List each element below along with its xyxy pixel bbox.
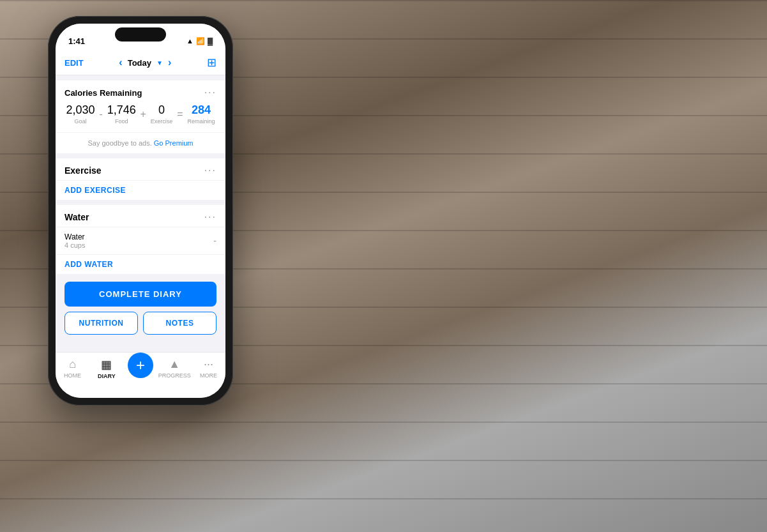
phone-screen: 1:41 ▲ 📶 ▓ EDIT ‹ Today ▼ › ⊞ — [56, 24, 225, 398]
water-menu-dots[interactable]: ··· — [204, 211, 216, 223]
more-icon: ··· — [204, 358, 213, 371]
water-item-value: - — [213, 236, 216, 246]
remaining-item: 284 Remaining — [188, 103, 215, 125]
prev-day-arrow[interactable]: ‹ — [119, 57, 122, 68]
exercise-menu-dots[interactable]: ··· — [204, 165, 216, 176]
calendar-icon[interactable]: ⊞ — [207, 56, 216, 70]
equals-op: = — [176, 109, 184, 120]
diary-label: DIARY — [98, 373, 116, 379]
tab-progress[interactable]: ▲ PROGRESS — [158, 358, 192, 379]
diary-icon: ▦ — [101, 358, 112, 372]
exercise-section: Exercise ··· ADD EXERCISE — [56, 158, 225, 200]
water-item-name: Water — [65, 232, 213, 241]
next-day-arrow[interactable]: › — [168, 57, 171, 68]
remaining-label: Remaining — [188, 118, 215, 125]
more-label: MORE — [200, 372, 217, 379]
remaining-value: 284 — [188, 103, 215, 117]
minus-op: - — [98, 109, 103, 120]
wifi-icon: 📶 — [196, 37, 205, 45]
water-entry[interactable]: Water 4 cups - — [56, 227, 225, 255]
edit-button[interactable]: EDIT — [65, 58, 84, 68]
date-nav[interactable]: ‹ Today ▼ › — [119, 57, 171, 68]
exercise-calorie-item: 0 Exercise — [151, 103, 173, 125]
calories-row: 2,030 Goal - 1,746 Food + 0 Exercise — [65, 103, 216, 125]
plus-op: + — [139, 109, 148, 120]
signal-icon: ▲ — [186, 37, 194, 45]
complete-diary-button[interactable]: COMPLETE DIARY — [65, 282, 216, 307]
exercise-calorie-label: Exercise — [151, 118, 173, 125]
tab-more[interactable]: ··· MORE — [192, 358, 225, 379]
goal-item: 2,030 Goal — [66, 103, 95, 125]
notes-button[interactable]: NOTES — [143, 312, 216, 335]
calories-card: Calories Remaining ··· 2,030 Goal - 1,74… — [56, 80, 225, 132]
dynamic-island — [115, 27, 166, 42]
action-buttons: COMPLETE DIARY NUTRITION NOTES — [56, 274, 225, 340]
tab-bar: ⌂ HOME ▦ DIARY + ▲ PROGRESS ··· MORE — [56, 352, 225, 398]
phone-mockup: 1:41 ▲ 📶 ▓ EDIT ‹ Today ▼ › ⊞ — [48, 16, 233, 406]
add-button[interactable]: + — [128, 353, 153, 378]
calories-header: Calories Remaining ··· — [65, 87, 216, 98]
secondary-button-row: NUTRITION NOTES — [65, 312, 216, 335]
tab-diary[interactable]: ▦ DIARY — [89, 358, 123, 379]
food-label: Food — [107, 118, 136, 125]
tab-home[interactable]: ⌂ HOME — [56, 358, 89, 379]
tab-add[interactable]: + — [123, 355, 157, 378]
status-time: 1:41 — [68, 36, 85, 46]
add-water-button[interactable]: ADD WATER — [56, 255, 225, 274]
calories-title: Calories Remaining — [65, 88, 142, 98]
battery-icon: ▓ — [208, 37, 213, 45]
water-item-info: Water 4 cups — [65, 232, 213, 249]
phone-frame: 1:41 ▲ 📶 ▓ EDIT ‹ Today ▼ › ⊞ — [48, 16, 233, 406]
ad-text: Say goodbye to ads. — [87, 139, 151, 147]
nutrition-button[interactable]: NUTRITION — [65, 312, 138, 335]
add-exercise-button[interactable]: ADD EXERCISE — [56, 181, 225, 200]
app-header: EDIT ‹ Today ▼ › ⊞ — [56, 52, 225, 75]
go-premium-link[interactable]: Go Premium — [154, 139, 194, 147]
water-item-sub: 4 cups — [65, 241, 213, 249]
calories-menu-dots[interactable]: ··· — [204, 87, 216, 98]
home-icon: ⌂ — [69, 358, 76, 371]
date-dropdown-icon[interactable]: ▼ — [156, 59, 163, 66]
goal-label: Goal — [66, 118, 95, 125]
progress-label: PROGRESS — [158, 372, 191, 379]
status-icons: ▲ 📶 ▓ — [186, 37, 213, 45]
home-label: HOME — [64, 372, 81, 379]
current-date: Today — [128, 58, 151, 68]
ad-banner: Say goodbye to ads. Go Premium — [56, 133, 225, 153]
food-value: 1,746 — [107, 103, 136, 117]
water-section-title: Water — [65, 212, 89, 222]
exercise-section-header: Exercise ··· — [56, 158, 225, 181]
water-section: Water ··· Water 4 cups - ADD WATER — [56, 205, 225, 274]
scroll-content: Calories Remaining ··· 2,030 Goal - 1,74… — [56, 75, 225, 362]
exercise-calorie-value: 0 — [151, 103, 173, 117]
food-item: 1,746 Food — [107, 103, 136, 125]
exercise-section-title: Exercise — [65, 165, 102, 176]
progress-icon: ▲ — [169, 358, 180, 371]
goal-value: 2,030 — [66, 103, 95, 117]
water-section-header: Water ··· — [56, 205, 225, 227]
